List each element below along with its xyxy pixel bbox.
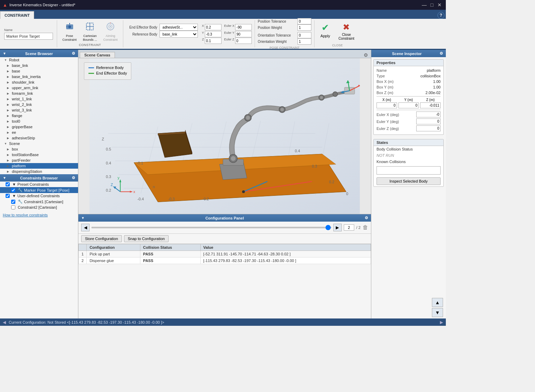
preset-constraints-header[interactable]: ▼ Preset Constraints [0,182,78,187]
tree-item-adhesive-strip[interactable]: ▶ adhesiveStrip [0,135,78,141]
config-slider[interactable] [92,227,331,228]
svg-point-43 [280,108,284,111]
help-button[interactable]: ? [437,12,444,19]
marker-pose-checkbox[interactable] [11,188,15,192]
x-coord-input[interactable] [377,102,397,108]
tree-item-wrist2[interactable]: ▶ wrist_2_link [0,102,78,107]
table-row[interactable]: 2 Dispense glue PASS [-115.43 279.83 -82… [79,258,371,264]
known-collisions-input[interactable] [377,166,441,175]
scene-browser-header[interactable]: ▼ Scene Browser ⚙ [0,50,78,57]
scene-browser-settings-icon[interactable]: ⚙ [72,51,75,56]
name-field-input[interactable] [4,33,53,40]
minimize-button[interactable]: — [421,1,428,8]
euler-y-deg-input[interactable] [416,118,441,124]
tree-item-platform[interactable]: ▶ platform [0,163,78,169]
box-x-row: Box X (m) 1.00 [377,79,441,84]
constraint1-checkbox[interactable] [11,200,15,204]
canvas-settings-icon[interactable]: ⚙ [364,52,368,58]
apply-label: Apply [320,34,330,38]
box-x-value: 1.00 [433,79,441,84]
y-coord-input[interactable] [398,102,419,108]
euler-x-input[interactable] [235,24,252,30]
constraints-browser-header[interactable]: ▼ Constraints Browser ⚙ [0,174,78,182]
tool0-label: tool0 [12,119,20,123]
constraint2-checkbox[interactable] [11,205,15,209]
tree-item-base-link[interactable]: ▶ base_link [0,63,78,68]
euler-y-input[interactable] [235,31,252,37]
tree-item-forearm[interactable]: ▶ forearm_link [0,91,78,96]
orientation-tolerance-input[interactable] [297,32,311,38]
tree-item-dispensing[interactable]: ▶ dispensingStation [0,169,78,174]
preset-expand-icon: ▼ [12,182,16,186]
tree-item-flange[interactable]: ▶ flange [0,113,78,118]
pose-constraint-button[interactable]: PoseConstraint [60,21,79,43]
aiming-constraint-button[interactable]: AimingConstraint [101,21,120,43]
euler-z-input[interactable] [235,38,252,44]
config-panel-header[interactable]: ▼ Configurations Panel ⚙ [78,214,371,222]
euler-x-row: Euler X (deg) [377,112,441,117]
tree-item-base[interactable]: ▶ base [0,68,78,74]
cartesian-bounds-button[interactable]: CartesianBounds ... [80,21,100,43]
maximize-button[interactable]: □ [428,1,435,8]
tree-item-part-feeder[interactable]: ▶ partFeeder [0,157,78,163]
cb-settings-icon[interactable]: ⚙ [72,176,75,180]
z-coord-input[interactable] [420,102,441,108]
status-right-arrow[interactable]: ▶ [440,320,443,325]
position-tolerance-input[interactable] [297,18,311,24]
euler-z-deg-input[interactable] [416,125,441,131]
tree-item-tool-station[interactable]: ▶ toolStationBase [0,152,78,157]
end-effector-select[interactable]: adhesiveSt... [160,24,198,31]
euler-x-deg-input[interactable] [416,112,441,117]
inspector-up-button[interactable]: ▲ [432,298,443,307]
z-input[interactable] [205,38,222,44]
reference-body-select[interactable]: base_link [160,31,198,38]
tree-item-upper-arm[interactable]: ▶ upper_arm_link [0,85,78,91]
tree-item-wrist1[interactable]: ▶ wrist_1_link [0,96,78,102]
close-button[interactable]: ✕ [436,1,443,8]
preset-constraints-checkbox[interactable] [6,182,10,186]
inspect-selected-body-button[interactable]: Inspect Selected Body [377,177,441,185]
orientation-weight-input[interactable] [297,38,311,45]
config-delete-button[interactable]: 🗑 [363,224,368,231]
position-weight-input[interactable] [297,24,311,31]
config-page-input[interactable] [344,224,354,231]
scene-canvas-tab[interactable]: Scene Canvas [80,52,115,58]
tab-constraint[interactable]: CONSTRAINT [0,11,34,19]
config-table-wrap: Configuration Collision Status Value 1 P… [78,244,371,318]
inspector-down-button[interactable]: ▼ [432,308,443,317]
tree-item-shoulder[interactable]: ▶ shoulder_link [0,79,78,85]
table-row[interactable]: 1 Pick up part PASS [-52.71 311.91 -145.… [79,251,371,258]
tool0-arrow: ▶ [7,120,10,123]
tree-item-box[interactable]: ▶ box [0,146,78,152]
config-prev-button[interactable]: ◀ [81,224,90,231]
tree-item-base-link-inertia[interactable]: ▶ base_link_inertia [0,74,78,79]
inspector-settings-icon[interactable]: ⚙ [440,51,443,56]
tree-item-wrist3[interactable]: ▶ wrist_3_link [0,107,78,113]
pose-constraint-section-label: POSE CONSTRAINT [258,46,311,49]
marker-pose-target-item[interactable]: 🔧 Marker Pose Target [Pose] [0,187,78,193]
tree-item-gripper-base[interactable]: ▶ gripperBase [0,124,78,130]
snap-config-button[interactable]: Snap to Configuration [124,235,169,242]
y-input[interactable] [205,31,222,37]
svg-text:0.5: 0.5 [106,147,111,151]
x-input[interactable] [205,24,222,30]
scene-group-item[interactable]: ▼ Scene [0,141,78,146]
user-constraints-checkbox[interactable] [6,194,10,198]
config-panel-settings-icon[interactable]: ⚙ [365,216,368,220]
close-constraint-button[interactable]: ✖ CloseConstraint [335,21,358,42]
robot-group-item[interactable]: ▼ Robot [0,57,78,63]
status-left-arrow[interactable]: ◀ [3,320,6,325]
help-link[interactable]: How to resolve constraints [0,210,78,220]
constraint2-item[interactable]: Constraint2 [Cartesian] [0,205,78,210]
store-config-button[interactable]: Store Configuration [81,235,122,242]
constraint1-item[interactable]: 🔧 Constraint1 [Cartesian] [0,199,78,205]
inspector-header[interactable]: Scene Inspector ⚙ [371,50,446,57]
ribbon: CONSTRAINT ? Name PoseConstraint [0,10,446,50]
user-constraints-header[interactable]: ▼ User-defined Constraints [0,193,78,199]
svg-point-41 [246,116,250,120]
tree-item-tool0[interactable]: ▶ tool0 [0,118,78,124]
apply-button[interactable]: ✔ Apply [317,21,333,42]
tree-item-ee[interactable]: ▶ ee [0,130,78,135]
constraint1-label: Constraint1 [Cartesian] [24,200,63,204]
config-next-button[interactable]: ▶ [333,224,342,231]
